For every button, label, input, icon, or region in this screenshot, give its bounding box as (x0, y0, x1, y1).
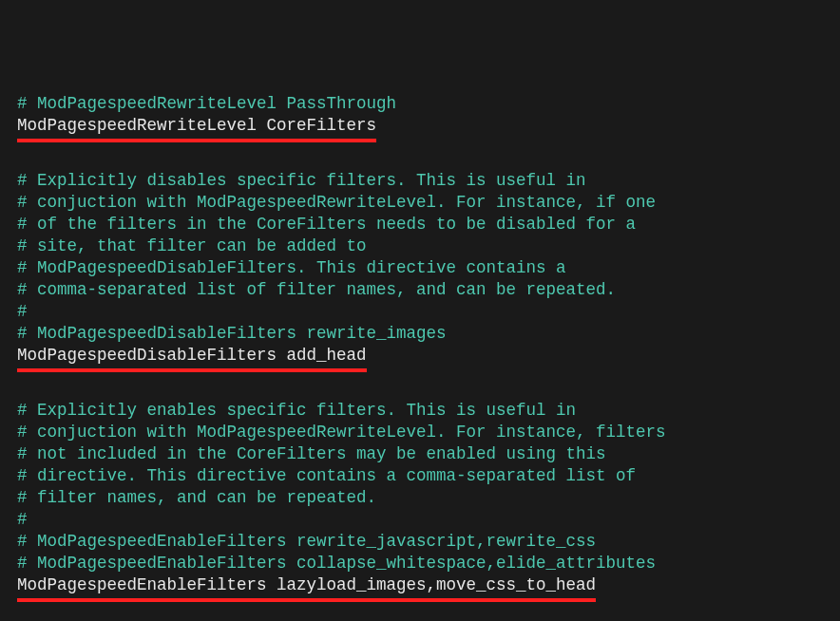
comment-text: # (17, 302, 28, 321)
comment-text: # Explicitly enables specific filters. T… (17, 401, 576, 420)
code-line: # directive. This directive contains a c… (17, 465, 823, 487)
comment-text: # comma-separated list of filter names, … (17, 280, 616, 299)
code-line: # Explicitly disables specific filters. … (17, 170, 823, 192)
code-line: # not included in the CoreFilters may be… (17, 443, 823, 465)
code-line: # comma-separated list of filter names, … (17, 279, 823, 301)
comment-text: # conjuction with ModPagespeedRewriteLev… (17, 423, 666, 442)
code-line: # ModPagespeedEnableFilters collapse_whi… (17, 553, 823, 574)
code-line: # Explicitly enables specific filters. T… (17, 400, 823, 422)
code-line: ModPagespeedDisableFilters add_head (17, 345, 823, 378)
directive-text: ModPagespeedEnableFilters lazyload_image… (17, 574, 596, 602)
comment-text: # ModPagespeedDisableFilters rewrite_ima… (17, 324, 447, 343)
comment-text: # Explicitly disables specific filters. … (17, 171, 586, 190)
directive-text: ModPagespeedRewriteLevel CoreFilters (17, 115, 376, 142)
code-line (17, 378, 823, 400)
comment-text: # ModPagespeedRewriteLevel PassThrough (17, 94, 396, 113)
comment-text: # ModPagespeedDisableFilters. This direc… (17, 258, 566, 277)
code-line: # ModPagespeedDisableFilters. This direc… (17, 257, 823, 279)
code-line: # filter names, and can be repeated. (17, 487, 823, 509)
code-line: # of the filters in the CoreFilters need… (17, 214, 823, 235)
code-line: # (17, 301, 823, 323)
code-line (17, 608, 823, 621)
config-code-block: # ModPagespeedRewriteLevel PassThroughMo… (17, 93, 823, 621)
comment-text: # directive. This directive contains a c… (17, 466, 636, 485)
code-line: ModPagespeedEnableFilters lazyload_image… (17, 574, 823, 608)
code-line: # (17, 509, 823, 531)
comment-text: # (17, 510, 28, 529)
comment-text: # not included in the CoreFilters may be… (17, 444, 606, 463)
comment-text: # site, that filter can be added to (17, 236, 367, 255)
comment-text: # of the filters in the CoreFilters need… (17, 215, 636, 234)
directive-text: ModPagespeedDisableFilters add_head (17, 345, 367, 372)
code-line: # ModPagespeedEnableFilters rewrite_java… (17, 531, 823, 553)
code-line: # ModPagespeedDisableFilters rewrite_ima… (17, 323, 823, 345)
code-line (17, 148, 823, 170)
code-line: # conjuction with ModPagespeedRewriteLev… (17, 192, 823, 214)
code-line: # site, that filter can be added to (17, 235, 823, 257)
comment-text: # filter names, and can be repeated. (17, 488, 376, 507)
comment-text: # conjuction with ModPagespeedRewriteLev… (17, 193, 656, 212)
code-line: ModPagespeedRewriteLevel CoreFilters (17, 115, 823, 148)
comment-text: # ModPagespeedEnableFilters collapse_whi… (17, 554, 656, 573)
code-line: # conjuction with ModPagespeedRewriteLev… (17, 422, 823, 443)
code-line: # ModPagespeedRewriteLevel PassThrough (17, 93, 823, 115)
comment-text: # ModPagespeedEnableFilters rewrite_java… (17, 532, 596, 551)
